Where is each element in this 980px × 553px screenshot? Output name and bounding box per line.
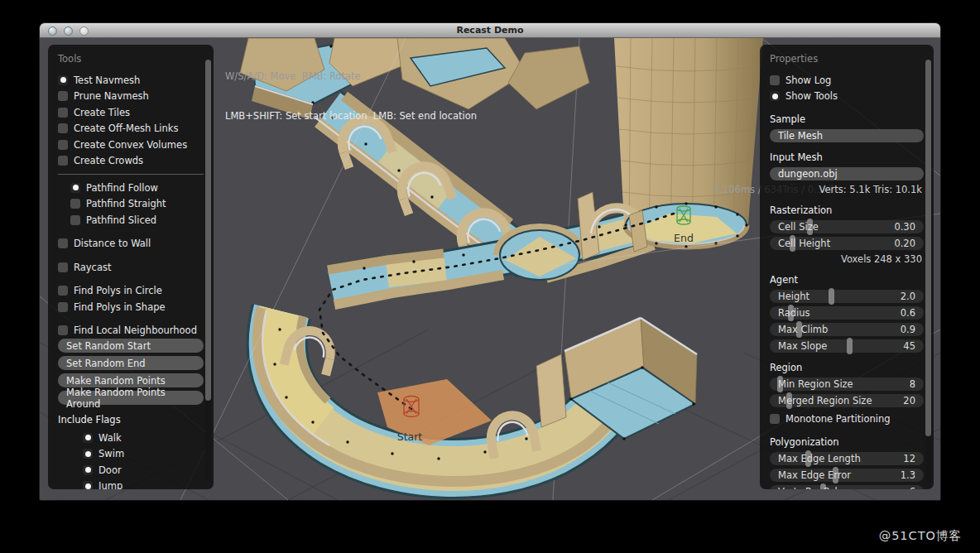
flag-swim[interactable]: Swim [58, 446, 204, 463]
radio-icon[interactable] [58, 286, 68, 296]
radio-icon[interactable] [70, 199, 80, 209]
slider-value: 0.6 [901, 307, 915, 319]
watermark: @51CTO博客 [879, 528, 962, 544]
tool-item-pathfind-sliced[interactable]: Pathfind Sliced [58, 212, 204, 228]
radio-icon[interactable] [58, 262, 68, 272]
slider-label: Max Edge Length [778, 453, 861, 464]
slider-label: Min Region Size [778, 378, 853, 390]
slider-merged-region-size[interactable]: Merged Region Size 20 [770, 394, 924, 407]
slider-max-edge-length[interactable]: Max Edge Length 12 [770, 452, 924, 465]
mesh-stats: Verts: 5.1k Tris: 10.1k [770, 184, 922, 195]
tool-item-label: Create Off-Mesh Links [74, 123, 178, 134]
radio-icon[interactable] [70, 183, 80, 193]
tool-item-label: Test Navmesh [74, 75, 140, 86]
tools-scrollbar-thumb[interactable] [205, 60, 211, 401]
tool-item-pathfind-straight[interactable]: Pathfind Straight [58, 196, 204, 213]
tool-item-label: Pathfind Sliced [86, 214, 156, 226]
radio-icon[interactable] [58, 156, 68, 166]
slider-max-slope[interactable]: Max Slope 45 [770, 339, 924, 353]
checkbox-icon[interactable] [83, 433, 93, 443]
slider-verts-per-poly[interactable]: Verts Per Poly 6 [770, 485, 924, 490]
slider-value: 0.20 [894, 238, 915, 249]
tool-item-create-tiles[interactable]: Create Tiles [58, 104, 204, 121]
flag-door[interactable]: Door [58, 462, 204, 478]
tool-item-raycast[interactable]: Raycast [58, 259, 204, 276]
slider-handle[interactable] [847, 338, 853, 354]
properties-scrollbar[interactable] [925, 58, 931, 482]
tool-item-find-polys-shape[interactable]: Find Polys in Shape [58, 299, 204, 315]
flag-label: Jump [98, 480, 122, 489]
slider-value: 2.0 [901, 291, 915, 302]
viewport-3d[interactable]: W/S/A/D: Move RMB: Rotate LMB+SHIFT: Set… [40, 38, 940, 500]
slider-label: Max Edge Error [778, 469, 851, 481]
screenshot-root: Recast Demo [0, 0, 980, 553]
radio-icon[interactable] [58, 325, 68, 335]
toggle-monotone-partitioning[interactable]: Monotone Partitioning [770, 411, 924, 427]
properties-panel-title: Properties [770, 53, 924, 65]
slider-agent-radius[interactable]: Radius 0.6 [770, 306, 924, 320]
properties-panel: Properties Show Log Show Tools Sample Ti… [760, 45, 934, 489]
input-mesh-section-label: Input Mesh [770, 151, 924, 163]
slider-handle[interactable] [829, 288, 834, 305]
radio-icon[interactable] [58, 108, 68, 118]
end-label: End [651, 232, 717, 244]
tool-item-label: Create Crowds [74, 155, 143, 166]
slider-label: Max Slope [778, 340, 827, 352]
agent-section-label: Agent [770, 274, 924, 286]
slider-agent-height[interactable]: Height 2.0 [770, 290, 924, 303]
tool-item-create-crowds[interactable]: Create Crowds [58, 153, 204, 170]
tools-panel-title: Tools [58, 53, 204, 65]
tool-item-create-offmesh-links[interactable]: Create Off-Mesh Links [58, 121, 204, 137]
flag-jump[interactable]: Jump [58, 478, 204, 490]
tool-item-prune-navmesh[interactable]: Prune Navmesh [58, 89, 204, 105]
radio-icon[interactable] [58, 123, 68, 133]
radio-icon[interactable] [58, 302, 68, 312]
slider-max-climb[interactable]: Max Climb 0.9 [770, 323, 924, 336]
slider-value: 45 [903, 340, 915, 352]
tool-item-create-convex-volumes[interactable]: Create Convex Volumes [58, 137, 204, 153]
flag-walk[interactable]: Walk [58, 430, 204, 446]
radio-icon[interactable] [58, 140, 68, 150]
slider-label: Radius [778, 307, 810, 319]
tool-item-pathfind-follow[interactable]: Pathfind Follow [58, 180, 204, 196]
sample-dropdown[interactable]: Tile Mesh [770, 129, 924, 142]
slider-cell-height[interactable]: Cell Height 0.20 [770, 237, 924, 250]
slider-cell-size[interactable]: Cell Size 0.30 [770, 220, 924, 233]
checkbox-icon[interactable] [770, 91, 780, 101]
tool-item-find-polys-circle[interactable]: Find Polys in Circle [58, 283, 204, 300]
radio-icon[interactable] [58, 238, 68, 248]
slider-label: Merged Region Size [778, 395, 872, 406]
tool-item-find-local-neighbourhood[interactable]: Find Local Neighbourhood [58, 323, 204, 339]
circular-room [498, 228, 581, 280]
radio-icon[interactable] [70, 215, 80, 225]
checkbox-icon[interactable] [83, 449, 93, 459]
radio-icon[interactable] [58, 75, 68, 85]
toggle-show-tools[interactable]: Show Tools [770, 89, 924, 105]
toggle-show-log[interactable]: Show Log [770, 72, 924, 89]
tool-item-test-navmesh[interactable]: Test Navmesh [58, 72, 204, 89]
checkbox-icon[interactable] [83, 465, 93, 475]
slider-value: 20 [903, 395, 915, 406]
tool-item-label: Create Tiles [74, 107, 130, 118]
make-random-points-button[interactable]: Make Random Points [58, 373, 204, 387]
voxels-stat: Voxels 248 x 330 [770, 253, 922, 265]
set-random-end-button[interactable]: Set Random End [58, 356, 204, 370]
slider-value: 1.3 [901, 469, 915, 481]
tool-item-distance-to-wall[interactable]: Distance to Wall [58, 236, 204, 252]
toggle-label: Show Log [785, 75, 831, 86]
radio-icon[interactable] [58, 91, 68, 101]
slider-label: Cell Size [778, 221, 819, 233]
slider-value: 8 [910, 378, 915, 390]
tools-scrollbar[interactable] [205, 58, 211, 482]
properties-scrollbar-thumb[interactable] [925, 60, 931, 436]
checkbox-icon[interactable] [770, 414, 780, 424]
make-random-points-around-button[interactable]: Make Random Points Around [58, 391, 204, 405]
input-mesh-dropdown[interactable]: dungeon.obj [770, 167, 924, 180]
titlebar[interactable]: Recast Demo [40, 23, 940, 38]
slider-min-region-size[interactable]: Min Region Size 8 [770, 377, 924, 391]
checkbox-icon[interactable] [770, 75, 780, 85]
recast-demo-window: Recast Demo [40, 23, 940, 500]
set-random-start-button[interactable]: Set Random Start [58, 339, 204, 353]
checkbox-icon[interactable] [83, 481, 93, 489]
slider-max-edge-error[interactable]: Max Edge Error 1.3 [770, 469, 924, 482]
